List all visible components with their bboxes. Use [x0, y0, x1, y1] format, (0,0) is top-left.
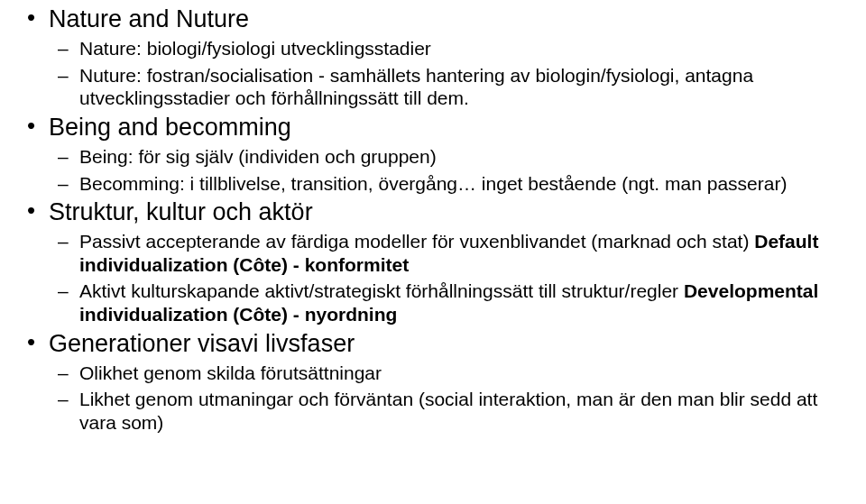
list-item: Nuture: fostran/socialisation - samhälle… [49, 64, 848, 110]
list-item: Nature and Nuture Nature: biologi/fysiol… [18, 5, 848, 110]
l0-head: Nature and Nuture [49, 5, 848, 33]
level1-list: Olikhet genom skilda förutsättningar Lik… [49, 362, 848, 435]
level1-list: Nature: biologi/fysiologi utvecklingssta… [49, 37, 848, 110]
list-item: Becomming: i tillblivelse, transition, ö… [49, 172, 848, 196]
l0-head: Being and becomming [49, 114, 848, 142]
level1-list: Being: för sig själv (individen och grup… [49, 145, 848, 195]
level1-list: Passivt accepterande av färdiga modeller… [49, 230, 848, 325]
list-item: Being and becomming Being: för sig själv… [18, 114, 848, 195]
list-item: Likhet genom utmaningar och förväntan (s… [49, 388, 848, 434]
list-item: Being: för sig själv (individen och grup… [49, 145, 848, 169]
level0-list: Nature and Nuture Nature: biologi/fysiol… [18, 5, 848, 435]
list-item: Generationer visavi livsfaser Olikhet ge… [18, 330, 848, 435]
text-run: Aktivt kulturskapande aktivt/strategiskt… [79, 280, 684, 301]
text-run: Passivt accepterande av färdiga modeller… [79, 231, 754, 252]
list-item: Olikhet genom skilda förutsättningar [49, 362, 848, 385]
list-item: Struktur, kultur och aktör Passivt accep… [18, 198, 848, 325]
list-item: Nature: biologi/fysiologi utvecklingssta… [49, 37, 848, 60]
slide-body: Nature and Nuture Nature: biologi/fysiol… [0, 0, 866, 435]
l0-head: Generationer visavi livsfaser [49, 330, 848, 358]
l0-head: Struktur, kultur och aktör [49, 198, 848, 226]
list-item: Aktivt kulturskapande aktivt/strategiskt… [49, 279, 848, 325]
list-item: Passivt accepterande av färdiga modeller… [49, 230, 848, 276]
